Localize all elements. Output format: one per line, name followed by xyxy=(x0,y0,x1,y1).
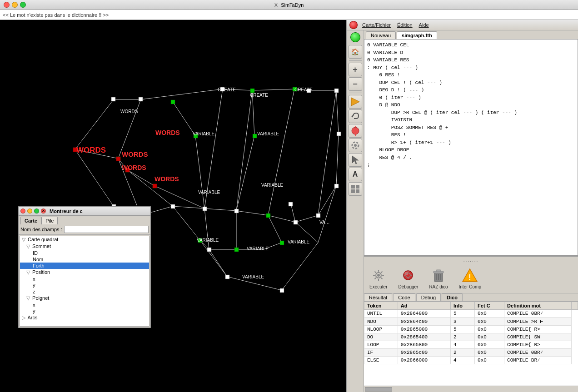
cell-info: 2 xyxy=(450,333,474,341)
svg-rect-65 xyxy=(280,288,284,293)
tab-simgraph[interactable]: simgraph.fth xyxy=(397,31,437,39)
monitor-min-btn[interactable] xyxy=(27,208,32,213)
graph-canvas[interactable]: WORDS WORDS VARIABLE VARIABLE WORDS WORD… xyxy=(0,20,346,392)
svg-line-9 xyxy=(318,186,336,215)
tree-item-arcs[interactable]: ▷ Arcs xyxy=(20,314,149,321)
cell-def: COMPILE{ R> xyxy=(504,341,572,349)
house-button[interactable]: 🏠 xyxy=(349,45,362,59)
house-icon: 🏠 xyxy=(351,48,359,55)
monitor-max-btn[interactable] xyxy=(34,208,39,213)
menu-carte-fichier[interactable]: Carte/Fichier xyxy=(360,21,393,29)
table-row[interactable]: ELSE 0x2866000 4 0x0 COMPILE BR⁄ xyxy=(364,357,578,364)
tree-item-nom[interactable]: Nom xyxy=(20,256,149,263)
svg-marker-92 xyxy=(352,156,359,164)
tree-item-pos-x[interactable]: x xyxy=(20,276,149,282)
label-variable-9: VARIABLE xyxy=(242,274,264,279)
cell-ad: 0x2864c00 xyxy=(398,318,450,326)
close-button[interactable] xyxy=(4,2,10,8)
result-tab-resultat[interactable]: Résultat xyxy=(364,293,392,301)
debugger-label: Débugger xyxy=(398,284,418,289)
grid-button[interactable] xyxy=(349,182,362,196)
a-button[interactable]: A xyxy=(349,168,362,181)
tree-item-forth[interactable]: Forth xyxy=(20,263,149,269)
svg-line-27 xyxy=(268,89,294,215)
arrow-position: ▽ xyxy=(26,269,30,275)
svg-line-10 xyxy=(295,215,318,222)
table-row[interactable]: UNTIL 0x2864800 5 0x0 COMPILE 0BR⁄ xyxy=(364,310,578,318)
plus-button[interactable]: + xyxy=(349,63,362,76)
label-words-2: WORDS xyxy=(155,129,180,136)
search-input[interactable] xyxy=(64,226,149,233)
monitor-close-btn[interactable] xyxy=(20,208,25,213)
debugger-button[interactable]: Débugger xyxy=(396,265,420,291)
h-scrollbar[interactable] xyxy=(364,386,578,392)
menu-aide[interactable]: Aide xyxy=(417,21,431,29)
cell-def: COMPILE 0BR⁄ xyxy=(504,310,572,318)
minimize-button[interactable] xyxy=(12,2,18,8)
result-tab-code[interactable]: Code xyxy=(393,293,415,301)
table-row[interactable]: NLOOP 0x2865000 5 0x0 COMPILE{ R> xyxy=(364,326,578,333)
execute-arrow-button[interactable] xyxy=(349,95,362,109)
table-row[interactable]: DO 0x2865400 2 0x0 COMPILE{ SW xyxy=(364,333,578,341)
magic-button[interactable] xyxy=(349,124,362,138)
gear-button[interactable] xyxy=(349,139,362,152)
menu-edition[interactable]: Édition xyxy=(395,21,414,29)
svg-rect-71 xyxy=(266,213,270,218)
tree-item-sommet[interactable]: ▽ Sommet xyxy=(20,243,149,250)
tab-nouveau[interactable]: Nouveau xyxy=(366,31,396,39)
svg-rect-116 xyxy=(436,270,441,272)
undo-button[interactable] xyxy=(349,109,362,123)
monitor-x-btn[interactable]: ✕ xyxy=(41,208,46,213)
result-tab-debug[interactable]: Débug xyxy=(416,293,441,301)
svg-line-106 xyxy=(381,272,382,273)
cell-def: COMPILE BR⁄ xyxy=(504,357,572,364)
svg-line-8 xyxy=(336,134,339,186)
result-tab-dico[interactable]: Dico xyxy=(442,293,463,301)
cell-ad: 0x2864800 xyxy=(398,310,450,318)
maximize-button[interactable] xyxy=(20,2,26,8)
monitor-tab-pile[interactable]: Pile xyxy=(41,217,58,224)
tree-item-poignet[interactable]: ▽ Poignet xyxy=(20,295,149,302)
raz-dico-button[interactable]: RAZ dico xyxy=(427,265,449,291)
monitor-title-bar: ✕ Montreur de c xyxy=(19,207,150,216)
svg-rect-95 xyxy=(351,189,355,193)
table-row[interactable]: NDO 0x2864c00 3 0x0 COMPILE >R ⊢ xyxy=(364,318,578,326)
svg-point-87 xyxy=(352,127,359,134)
cursor-icon xyxy=(350,155,360,165)
svg-rect-54 xyxy=(334,184,339,188)
tree-item-pos-z[interactable]: z xyxy=(20,288,149,295)
cell-fct-c: 0x0 xyxy=(475,357,504,364)
minus-button[interactable]: − xyxy=(349,77,362,91)
dots-separator: ....... xyxy=(364,257,578,263)
raz-dico-label: RAZ dico xyxy=(429,284,448,289)
tree-item-poignet-y[interactable]: y xyxy=(20,308,149,314)
cell-info: 4 xyxy=(450,357,474,364)
executer-label: Exécuter xyxy=(369,284,387,289)
window-title: X SimTaDyn xyxy=(274,2,304,8)
tree-item-poignet-x[interactable]: x xyxy=(20,302,149,308)
svg-rect-53 xyxy=(337,132,341,136)
code-editor[interactable]: 0 VARIABLE CEL 0 VARIABLE D 0 VARIABLE R… xyxy=(364,39,578,256)
svg-rect-67 xyxy=(171,100,175,104)
tree-item-position[interactable]: ▽ Position xyxy=(20,269,149,276)
svg-line-21 xyxy=(154,186,204,208)
tree-item-carte-quadrat[interactable]: ▽ Carte quadrat xyxy=(20,236,149,243)
svg-line-7 xyxy=(336,90,339,134)
svg-rect-94 xyxy=(356,185,359,189)
table-row[interactable]: LOOP 0x2865800 4 0x0 COMPILE{ R> xyxy=(364,341,578,349)
svg-line-45 xyxy=(236,136,254,211)
status-message: << Le mot n'existe pas dans le dictionna… xyxy=(3,12,109,18)
table-row[interactable]: IF 0x2865c00 2 0x0 COMPILE 0BR⁄ xyxy=(364,349,578,357)
cell-token: LOOP xyxy=(364,341,398,349)
executer-button[interactable]: Exécuter xyxy=(368,265,389,291)
cursor-button[interactable] xyxy=(349,153,362,167)
monitor-tab-carte[interactable]: Carte xyxy=(20,217,41,224)
tab-bar: Nouveau simgraph.fth xyxy=(364,30,578,39)
svg-line-30 xyxy=(204,208,209,249)
label-words-3: WORDS xyxy=(76,146,106,155)
label-words-4: WORDS xyxy=(122,150,148,158)
h-scroll-thumb[interactable] xyxy=(365,387,392,392)
inter-comp-button[interactable]: ! Inter Comp xyxy=(457,265,483,291)
tree-item-pos-y[interactable]: y xyxy=(20,282,149,288)
tree-item-id[interactable]: ID xyxy=(20,250,149,256)
